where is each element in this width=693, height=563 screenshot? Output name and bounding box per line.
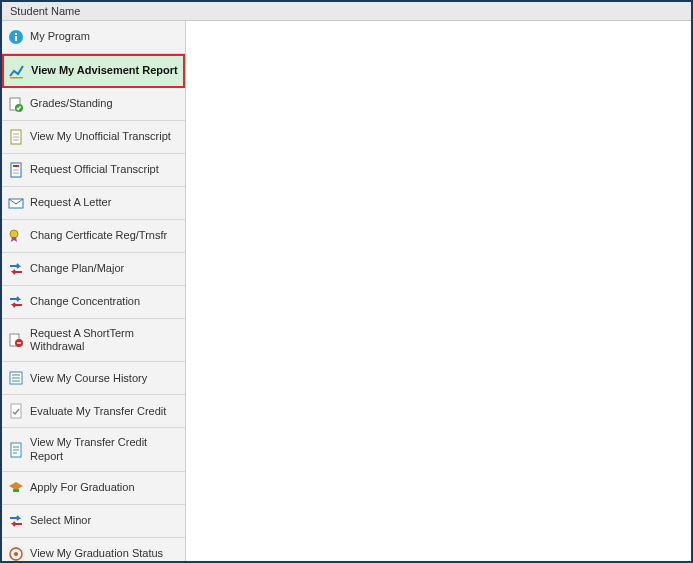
app-body: My Program View My Advisement Report Gra… [2, 21, 691, 561]
sidebar: My Program View My Advisement Report Gra… [2, 21, 186, 561]
sidebar-item-evaluate-transfer[interactable]: Evaluate My Transfer Credit [2, 395, 185, 428]
svg-rect-29 [13, 489, 19, 492]
sidebar-item-course-history[interactable]: View My Course History [2, 362, 185, 395]
history-icon [8, 370, 24, 386]
sidebar-item-label: Change Plan/Major [30, 262, 124, 275]
swap-icon [8, 261, 24, 277]
sidebar-item-label: Apply For Graduation [30, 481, 135, 494]
sidebar-item-label: My Program [30, 30, 90, 43]
sidebar-item-official-transcript[interactable]: Request Official Transcript [2, 154, 185, 187]
sidebar-item-label: View My Transfer Credit Report [30, 436, 179, 462]
svg-rect-2 [15, 33, 17, 35]
svg-point-15 [10, 230, 18, 238]
report-icon [8, 442, 24, 458]
svg-marker-28 [9, 482, 23, 490]
sidebar-item-label: Change Concentration [30, 295, 140, 308]
sidebar-item-label: View My Graduation Status [30, 547, 163, 560]
sidebar-item-unofficial-transcript[interactable]: View My Unofficial Transcript [2, 121, 185, 154]
sidebar-item-advisement-report[interactable]: View My Advisement Report [2, 54, 185, 88]
sidebar-item-transfer-report[interactable]: View My Transfer Credit Report [2, 428, 185, 471]
sidebar-item-select-minor[interactable]: Select Minor [2, 505, 185, 538]
sidebar-item-label: Chang Certficate Reg/Trnsfr [30, 229, 167, 242]
svg-rect-3 [10, 77, 23, 79]
letter-icon [8, 195, 24, 211]
sidebar-item-label: Request A ShortTerm Withdrawal [30, 327, 179, 353]
sidebar-item-request-letter[interactable]: Request A Letter [2, 187, 185, 220]
svg-rect-11 [13, 165, 19, 167]
sidebar-item-apply-graduation[interactable]: Apply For Graduation [2, 472, 185, 505]
sidebar-item-change-concentration[interactable]: Change Concentration [2, 286, 185, 319]
sidebar-item-grades-standing[interactable]: Grades/Standing [2, 88, 185, 121]
graduation-icon [8, 480, 24, 496]
status-icon [8, 546, 24, 561]
sidebar-item-label: View My Advisement Report [31, 64, 178, 77]
svg-rect-23 [11, 404, 21, 418]
sidebar-item-label: Request Official Transcript [30, 163, 159, 176]
sidebar-item-graduation-status[interactable]: View My Graduation Status [2, 538, 185, 561]
sidebar-item-my-program[interactable]: My Program [2, 21, 185, 54]
withdrawal-icon [8, 332, 24, 348]
svg-rect-1 [15, 36, 17, 41]
sidebar-item-certificate[interactable]: Chang Certficate Reg/Trnsfr [2, 220, 185, 253]
chart-line-icon [9, 63, 25, 79]
document-icon [8, 129, 24, 145]
grades-icon [8, 96, 24, 112]
sidebar-item-label: Request A Letter [30, 196, 111, 209]
document-request-icon [8, 162, 24, 178]
header-title: Student Name [10, 5, 80, 17]
sidebar-item-label: Select Minor [30, 514, 91, 527]
sidebar-item-label: Evaluate My Transfer Credit [30, 405, 166, 418]
header-bar: Student Name [2, 2, 691, 21]
main-content [186, 21, 691, 561]
certificate-icon [8, 228, 24, 244]
sidebar-item-label: View My Unofficial Transcript [30, 130, 171, 143]
info-icon [8, 29, 24, 45]
sidebar-item-label: View My Course History [30, 372, 147, 385]
swap-icon [8, 294, 24, 310]
sidebar-item-label: Grades/Standing [30, 97, 113, 110]
app-window: Student Name My Program View My Adviseme… [0, 0, 693, 563]
svg-point-31 [14, 552, 18, 556]
evaluate-icon [8, 403, 24, 419]
swap-icon [8, 513, 24, 529]
sidebar-item-change-plan[interactable]: Change Plan/Major [2, 253, 185, 286]
sidebar-item-withdrawal[interactable]: Request A ShortTerm Withdrawal [2, 319, 185, 362]
